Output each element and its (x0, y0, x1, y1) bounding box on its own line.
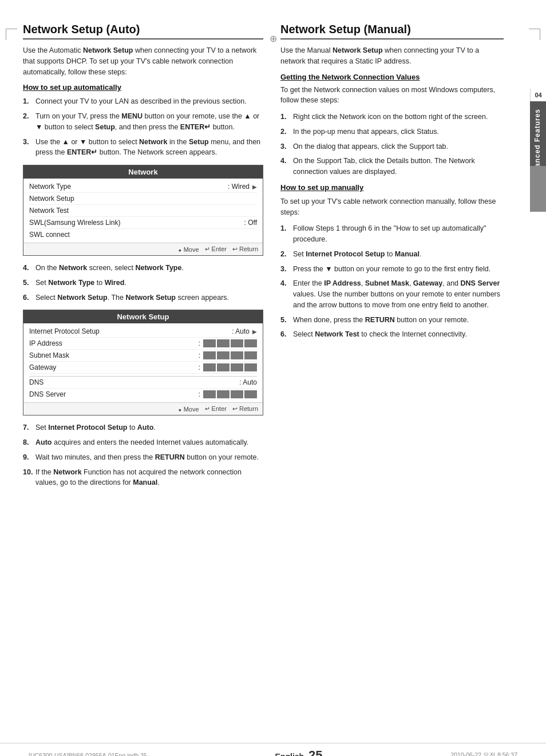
footer-language-page: English 25 (275, 748, 323, 756)
main-content: Network Setup (Auto) Use the Automatic N… (23, 23, 523, 494)
getting-values-title: Getting the Network Connection Values (280, 73, 504, 81)
network-row: Network Type : Wired ▶ (29, 181, 257, 193)
network-row: Internet Protocol Setup : Auto ▶ (29, 326, 257, 338)
list-item: 5. Set Network Type to Wired. (23, 278, 263, 288)
network-row: SWL connect (29, 229, 257, 240)
list-item: 5. When done, press the RETURN button on… (280, 315, 504, 326)
subsection-manual-title: How to set up manually (280, 183, 504, 192)
page-container: ⊕ Advanced Features 04 Network Setup (Au… (0, 23, 546, 756)
list-item: 1. Connect your TV to your LAN as descri… (23, 96, 263, 107)
steps-final-list: 7. Set Internet Protocol Setup to Auto. … (23, 422, 263, 488)
network-setup-box: Network Setup Internet Protocol Setup : … (23, 310, 263, 415)
list-item: 8. Auto acquires and enters the needed I… (23, 437, 263, 448)
ip-blocks (203, 390, 257, 398)
list-item: 2. In the pop-up menu that appears, clic… (280, 126, 504, 137)
network-setup-box-body: Internet Protocol Setup : Auto ▶ IP Addr… (23, 323, 263, 402)
list-item: 10. If the Network Function has not acqu… (23, 467, 263, 489)
list-item: 2. Turn on your TV, press the MENU butto… (23, 111, 263, 133)
list-item: 7. Set Internet Protocol Setup to Auto. (23, 422, 263, 433)
network-row: Network Test (29, 205, 257, 217)
list-item: 2. Set Internet Protocol Setup to Manual… (280, 249, 504, 260)
network-box-body: Network Type : Wired ▶ Network Setup Net… (23, 179, 263, 243)
network-row: DNS Server : (29, 389, 257, 400)
manual-intro: To set up your TV's cable network connec… (280, 196, 504, 218)
footer-move: ⬥ Move (178, 246, 199, 253)
network-row: IP Address : (29, 338, 257, 350)
left-column: Network Setup (Auto) Use the Automatic N… (23, 23, 263, 494)
list-item: 1. Follow Steps 1 through 6 in the "How … (280, 223, 504, 245)
right-section-title: Network Setup (Manual) (280, 23, 504, 39)
arrow-right-icon: ▶ (252, 184, 257, 190)
list-item: 9. Wait two minutes, and then press the … (23, 452, 263, 463)
footer-return: ↩ Return (232, 405, 258, 413)
left-section-title: Network Setup (Auto) (23, 23, 263, 39)
left-intro-text: Use the Automatic Network Setup when con… (23, 45, 263, 77)
ip-blocks (203, 339, 257, 347)
right-intro-text: Use the Manual Network Setup when connec… (280, 45, 504, 67)
ip-blocks (203, 351, 257, 359)
list-item: 4. On the Network screen, select Network… (23, 263, 263, 274)
list-item: 4. Enter the IP Address, Subnet Mask, Ga… (280, 278, 504, 310)
page-number: 25 (308, 748, 322, 756)
network-setup-box-footer: ⬥ Move ↵ Enter ↩ Return (23, 402, 263, 415)
steps-manual-list: 1. Follow Steps 1 through 6 in the "How … (280, 223, 504, 340)
network-row: SWL(Samsung Wireless Link) : Off (29, 217, 257, 229)
getting-values-intro: To get the Network connection values on … (280, 85, 504, 106)
ip-blocks (203, 363, 257, 371)
list-item: 6. Select Network Test to check the Inte… (280, 329, 504, 340)
list-item: 4. On the Support Tab, click the Details… (280, 156, 504, 177)
steps-auto-list: 1. Connect your TV to your LAN as descri… (23, 96, 263, 158)
corner-mark-tl (6, 29, 17, 40)
footer-enter: ↵ Enter (205, 246, 227, 253)
network-setup-box-title: Network Setup (23, 310, 263, 323)
footer-date: 2010-06-22 오전 8:56:37 (450, 751, 517, 756)
list-item: 3. On the dialog that appears, click the… (280, 141, 504, 152)
network-row: Gateway : (29, 362, 257, 374)
network-box: Network Network Type : Wired ▶ Network S… (23, 165, 263, 256)
list-item: 3. Press the ▼ button on your remote to … (280, 264, 504, 275)
network-box-footer: ⬥ Move ↵ Enter ↩ Return (23, 243, 263, 255)
network-row: Subnet Mask : (29, 350, 257, 362)
steps-getting-list: 1. Right click the Network icon on the b… (280, 112, 504, 177)
page-footer: [UC6300-USA]BN68-02956A-01Eng.indb 25 En… (0, 743, 546, 756)
footer-move: ⬥ Move (178, 405, 199, 413)
side-bar-accent (530, 166, 546, 212)
footer-enter: ↵ Enter (205, 405, 227, 413)
footer-lang-text: English (275, 752, 304, 756)
footer-return: ↩ Return (232, 246, 258, 253)
network-row: Network Setup (29, 193, 257, 205)
list-item: 1. Right click the Network icon on the b… (280, 112, 504, 122)
right-column: Network Setup (Manual) Use the Manual Ne… (280, 23, 521, 494)
steps-after-box-list: 4. On the Network screen, select Network… (23, 263, 263, 303)
subsection-auto-title: How to set up automatically (23, 83, 263, 92)
footer-file: [UC6300-USA]BN68-02956A-01Eng.indb 25 (29, 752, 147, 756)
list-item: 6. Select Network Setup. The Network Set… (23, 292, 263, 303)
network-box-title: Network (23, 165, 263, 179)
network-row: DNS : Auto (29, 376, 257, 389)
arrow-right-icon: ▶ (252, 328, 257, 335)
side-tab-chapter: 04 (530, 89, 546, 101)
center-crosshair: ⊕ (270, 33, 277, 44)
list-item: 3. Use the ▲ or ▼ button to select Netwo… (23, 137, 263, 159)
corner-mark-tr (529, 29, 540, 40)
